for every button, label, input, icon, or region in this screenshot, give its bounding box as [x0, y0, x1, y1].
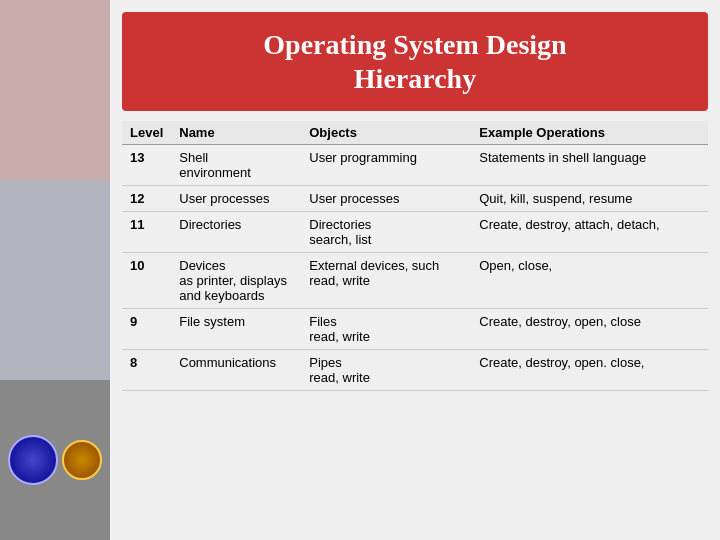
- table-cell: User processes: [171, 186, 301, 212]
- table-cell: Filesread, write: [301, 309, 471, 350]
- table-cell: Communications: [171, 350, 301, 391]
- table-cell: Directoriessearch, list: [301, 212, 471, 253]
- table-cell: File system: [171, 309, 301, 350]
- table-cell: 10: [122, 253, 171, 309]
- table-cell: Statements in shell language: [471, 145, 708, 186]
- col-header-level: Level: [122, 121, 171, 145]
- table-cell: External devices, suchread, write: [301, 253, 471, 309]
- table-cell: Shellenvironment: [171, 145, 301, 186]
- left-panel: [0, 0, 110, 540]
- table-row: 12User processesUser processesQuit, kill…: [122, 186, 708, 212]
- table-row: 11DirectoriesDirectoriessearch, listCrea…: [122, 212, 708, 253]
- table-cell: User processes: [301, 186, 471, 212]
- table-cell: Create, destroy, attach, detach,: [471, 212, 708, 253]
- col-header-objects: Objects: [301, 121, 471, 145]
- table-cell: 9: [122, 309, 171, 350]
- table-cell: Devicesas printer, displaysand keyboards: [171, 253, 301, 309]
- table-row: 9File systemFilesread, writeCreate, dest…: [122, 309, 708, 350]
- left-panel-top: [0, 0, 110, 180]
- page-title: Operating System Design Hierarchy: [142, 28, 688, 95]
- table-row: 13ShellenvironmentUser programmingStatem…: [122, 145, 708, 186]
- table-cell: User programming: [301, 145, 471, 186]
- table-area: Level Name Objects Example Operations 13…: [122, 121, 708, 530]
- table-row: 8CommunicationsPipesread, writeCreate, d…: [122, 350, 708, 391]
- title-box: Operating System Design Hierarchy: [122, 12, 708, 111]
- table-row: 10Devicesas printer, displaysand keyboar…: [122, 253, 708, 309]
- left-panel-bottom: [0, 380, 110, 540]
- table-cell: 11: [122, 212, 171, 253]
- hierarchy-table: Level Name Objects Example Operations 13…: [122, 121, 708, 391]
- table-cell: Pipesread, write: [301, 350, 471, 391]
- table-cell: Directories: [171, 212, 301, 253]
- table-cell: Create, destroy, open, close: [471, 309, 708, 350]
- badge-1: [8, 435, 58, 485]
- table-cell: 12: [122, 186, 171, 212]
- table-cell: Quit, kill, suspend, resume: [471, 186, 708, 212]
- table-cell: 8: [122, 350, 171, 391]
- main-content: Operating System Design Hierarchy Level …: [110, 0, 720, 540]
- left-panel-mid: [0, 180, 110, 380]
- badge-2: [62, 440, 102, 480]
- col-header-example: Example Operations: [471, 121, 708, 145]
- col-header-name: Name: [171, 121, 301, 145]
- table-cell: Open, close,: [471, 253, 708, 309]
- table-cell: 13: [122, 145, 171, 186]
- table-cell: Create, destroy, open. close,: [471, 350, 708, 391]
